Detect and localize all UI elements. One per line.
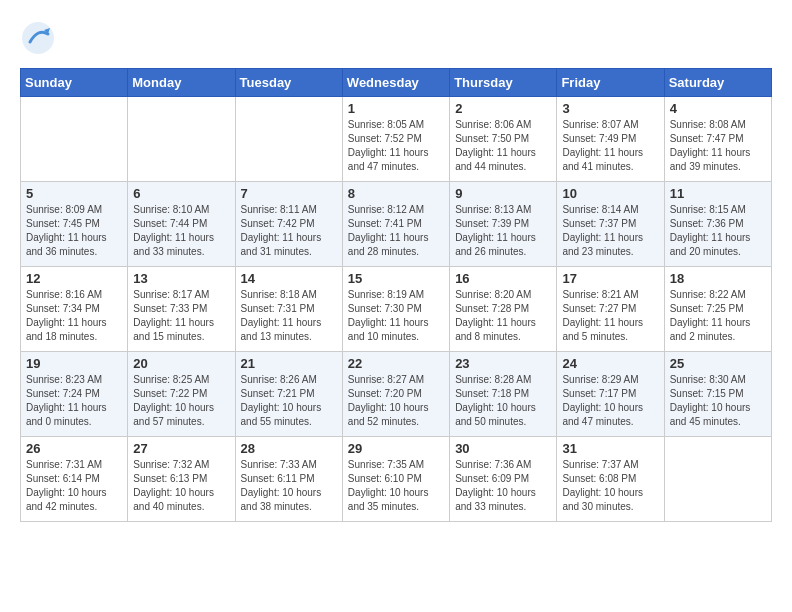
day-info: Sunrise: 7:36 AMSunset: 6:09 PMDaylight:… <box>455 458 551 514</box>
calendar-cell: 9Sunrise: 8:13 AMSunset: 7:39 PMDaylight… <box>450 182 557 267</box>
day-number: 30 <box>455 441 551 456</box>
calendar-cell: 6Sunrise: 8:10 AMSunset: 7:44 PMDaylight… <box>128 182 235 267</box>
calendar-cell: 5Sunrise: 8:09 AMSunset: 7:45 PMDaylight… <box>21 182 128 267</box>
day-number: 28 <box>241 441 337 456</box>
calendar-cell: 23Sunrise: 8:28 AMSunset: 7:18 PMDayligh… <box>450 352 557 437</box>
day-number: 17 <box>562 271 658 286</box>
day-info: Sunrise: 8:29 AMSunset: 7:17 PMDaylight:… <box>562 373 658 429</box>
calendar-cell: 16Sunrise: 8:20 AMSunset: 7:28 PMDayligh… <box>450 267 557 352</box>
day-number: 1 <box>348 101 444 116</box>
header-sunday: Sunday <box>21 69 128 97</box>
calendar-cell: 28Sunrise: 7:33 AMSunset: 6:11 PMDayligh… <box>235 437 342 522</box>
day-number: 11 <box>670 186 766 201</box>
day-info: Sunrise: 7:31 AMSunset: 6:14 PMDaylight:… <box>26 458 122 514</box>
calendar-cell: 1Sunrise: 8:05 AMSunset: 7:52 PMDaylight… <box>342 97 449 182</box>
header-friday: Friday <box>557 69 664 97</box>
calendar-cell: 3Sunrise: 8:07 AMSunset: 7:49 PMDaylight… <box>557 97 664 182</box>
day-number: 3 <box>562 101 658 116</box>
svg-point-0 <box>22 22 54 54</box>
calendar-cell: 30Sunrise: 7:36 AMSunset: 6:09 PMDayligh… <box>450 437 557 522</box>
calendar-cell: 12Sunrise: 8:16 AMSunset: 7:34 PMDayligh… <box>21 267 128 352</box>
day-info: Sunrise: 8:07 AMSunset: 7:49 PMDaylight:… <box>562 118 658 174</box>
calendar-cell: 4Sunrise: 8:08 AMSunset: 7:47 PMDaylight… <box>664 97 771 182</box>
day-info: Sunrise: 8:30 AMSunset: 7:15 PMDaylight:… <box>670 373 766 429</box>
calendar-cell: 7Sunrise: 8:11 AMSunset: 7:42 PMDaylight… <box>235 182 342 267</box>
calendar-cell: 27Sunrise: 7:32 AMSunset: 6:13 PMDayligh… <box>128 437 235 522</box>
header-wednesday: Wednesday <box>342 69 449 97</box>
calendar-week-5: 26Sunrise: 7:31 AMSunset: 6:14 PMDayligh… <box>21 437 772 522</box>
calendar-cell: 25Sunrise: 8:30 AMSunset: 7:15 PMDayligh… <box>664 352 771 437</box>
day-info: Sunrise: 7:37 AMSunset: 6:08 PMDaylight:… <box>562 458 658 514</box>
day-info: Sunrise: 8:27 AMSunset: 7:20 PMDaylight:… <box>348 373 444 429</box>
day-number: 12 <box>26 271 122 286</box>
day-number: 9 <box>455 186 551 201</box>
page-header <box>20 20 772 60</box>
day-info: Sunrise: 8:26 AMSunset: 7:21 PMDaylight:… <box>241 373 337 429</box>
day-info: Sunrise: 8:17 AMSunset: 7:33 PMDaylight:… <box>133 288 229 344</box>
calendar-cell: 10Sunrise: 8:14 AMSunset: 7:37 PMDayligh… <box>557 182 664 267</box>
day-info: Sunrise: 8:05 AMSunset: 7:52 PMDaylight:… <box>348 118 444 174</box>
logo-icon <box>20 20 56 56</box>
day-number: 15 <box>348 271 444 286</box>
day-number: 13 <box>133 271 229 286</box>
calendar-cell: 15Sunrise: 8:19 AMSunset: 7:30 PMDayligh… <box>342 267 449 352</box>
day-number: 29 <box>348 441 444 456</box>
day-info: Sunrise: 8:25 AMSunset: 7:22 PMDaylight:… <box>133 373 229 429</box>
day-info: Sunrise: 7:32 AMSunset: 6:13 PMDaylight:… <box>133 458 229 514</box>
calendar-cell: 14Sunrise: 8:18 AMSunset: 7:31 PMDayligh… <box>235 267 342 352</box>
header-tuesday: Tuesday <box>235 69 342 97</box>
day-info: Sunrise: 8:18 AMSunset: 7:31 PMDaylight:… <box>241 288 337 344</box>
day-number: 10 <box>562 186 658 201</box>
day-info: Sunrise: 8:28 AMSunset: 7:18 PMDaylight:… <box>455 373 551 429</box>
calendar-cell: 13Sunrise: 8:17 AMSunset: 7:33 PMDayligh… <box>128 267 235 352</box>
day-info: Sunrise: 8:09 AMSunset: 7:45 PMDaylight:… <box>26 203 122 259</box>
calendar-cell: 8Sunrise: 8:12 AMSunset: 7:41 PMDaylight… <box>342 182 449 267</box>
calendar-week-3: 12Sunrise: 8:16 AMSunset: 7:34 PMDayligh… <box>21 267 772 352</box>
calendar-cell: 19Sunrise: 8:23 AMSunset: 7:24 PMDayligh… <box>21 352 128 437</box>
calendar-cell: 31Sunrise: 7:37 AMSunset: 6:08 PMDayligh… <box>557 437 664 522</box>
calendar-header-row: SundayMondayTuesdayWednesdayThursdayFrid… <box>21 69 772 97</box>
calendar-week-1: 1Sunrise: 8:05 AMSunset: 7:52 PMDaylight… <box>21 97 772 182</box>
day-number: 18 <box>670 271 766 286</box>
calendar-table: SundayMondayTuesdayWednesdayThursdayFrid… <box>20 68 772 522</box>
calendar-cell <box>21 97 128 182</box>
calendar-cell: 26Sunrise: 7:31 AMSunset: 6:14 PMDayligh… <box>21 437 128 522</box>
logo <box>20 20 60 60</box>
calendar-cell <box>128 97 235 182</box>
day-info: Sunrise: 8:22 AMSunset: 7:25 PMDaylight:… <box>670 288 766 344</box>
day-info: Sunrise: 8:23 AMSunset: 7:24 PMDaylight:… <box>26 373 122 429</box>
day-number: 25 <box>670 356 766 371</box>
day-info: Sunrise: 7:33 AMSunset: 6:11 PMDaylight:… <box>241 458 337 514</box>
day-info: Sunrise: 8:16 AMSunset: 7:34 PMDaylight:… <box>26 288 122 344</box>
header-saturday: Saturday <box>664 69 771 97</box>
day-number: 5 <box>26 186 122 201</box>
day-number: 31 <box>562 441 658 456</box>
calendar-cell <box>664 437 771 522</box>
day-info: Sunrise: 8:21 AMSunset: 7:27 PMDaylight:… <box>562 288 658 344</box>
calendar-cell: 17Sunrise: 8:21 AMSunset: 7:27 PMDayligh… <box>557 267 664 352</box>
calendar-week-2: 5Sunrise: 8:09 AMSunset: 7:45 PMDaylight… <box>21 182 772 267</box>
day-number: 27 <box>133 441 229 456</box>
day-number: 21 <box>241 356 337 371</box>
header-monday: Monday <box>128 69 235 97</box>
calendar-cell: 24Sunrise: 8:29 AMSunset: 7:17 PMDayligh… <box>557 352 664 437</box>
day-info: Sunrise: 8:19 AMSunset: 7:30 PMDaylight:… <box>348 288 444 344</box>
day-number: 4 <box>670 101 766 116</box>
day-info: Sunrise: 8:20 AMSunset: 7:28 PMDaylight:… <box>455 288 551 344</box>
day-number: 23 <box>455 356 551 371</box>
day-number: 19 <box>26 356 122 371</box>
calendar-cell: 22Sunrise: 8:27 AMSunset: 7:20 PMDayligh… <box>342 352 449 437</box>
day-number: 8 <box>348 186 444 201</box>
day-info: Sunrise: 8:15 AMSunset: 7:36 PMDaylight:… <box>670 203 766 259</box>
calendar-cell: 20Sunrise: 8:25 AMSunset: 7:22 PMDayligh… <box>128 352 235 437</box>
day-info: Sunrise: 8:13 AMSunset: 7:39 PMDaylight:… <box>455 203 551 259</box>
calendar-week-4: 19Sunrise: 8:23 AMSunset: 7:24 PMDayligh… <box>21 352 772 437</box>
calendar-cell <box>235 97 342 182</box>
day-number: 16 <box>455 271 551 286</box>
header-thursday: Thursday <box>450 69 557 97</box>
day-info: Sunrise: 8:14 AMSunset: 7:37 PMDaylight:… <box>562 203 658 259</box>
day-info: Sunrise: 7:35 AMSunset: 6:10 PMDaylight:… <box>348 458 444 514</box>
day-info: Sunrise: 8:12 AMSunset: 7:41 PMDaylight:… <box>348 203 444 259</box>
day-info: Sunrise: 8:06 AMSunset: 7:50 PMDaylight:… <box>455 118 551 174</box>
day-number: 7 <box>241 186 337 201</box>
